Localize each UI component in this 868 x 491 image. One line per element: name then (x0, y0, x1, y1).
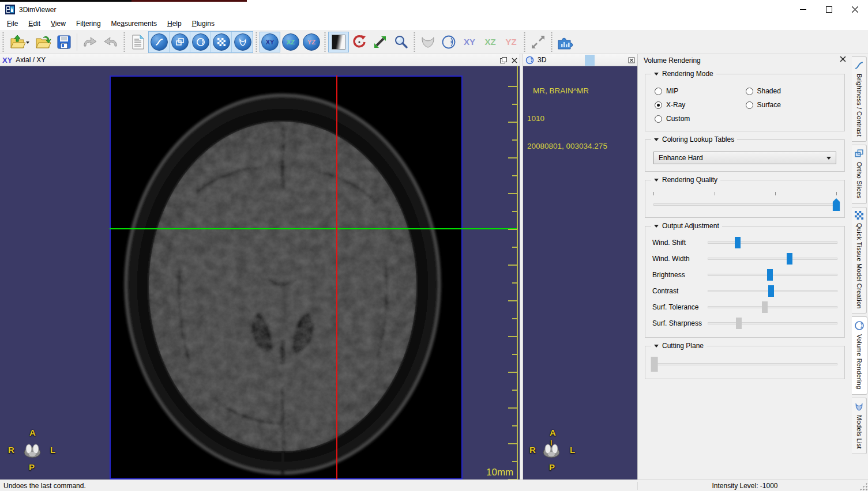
ruler (517, 66, 518, 479)
radio-icon[interactable] (655, 115, 662, 123)
slider-handle[interactable] (787, 253, 792, 265)
toolbar-grip[interactable] (413, 32, 416, 52)
toolbar-grip[interactable] (123, 32, 126, 52)
menu-edit[interactable]: Edit (23, 18, 46, 29)
collapse-icon[interactable] (654, 179, 659, 182)
models-list-button[interactable] (232, 32, 253, 52)
xz-slice-button[interactable]: XZ (480, 32, 501, 52)
xz-view-button[interactable]: XZ (280, 32, 301, 52)
radio-icon[interactable] (655, 101, 662, 109)
menu-file[interactable]: File (2, 18, 23, 29)
menu-plugins[interactable]: Plugins (187, 18, 220, 29)
yz-view-button[interactable]: YZ (301, 32, 322, 52)
zoom-button[interactable] (390, 32, 411, 52)
radio-xray[interactable]: X-Ray (655, 101, 746, 109)
open-volume-button[interactable] (33, 32, 54, 52)
plugin-panel-button[interactable] (555, 32, 576, 52)
crosshair-vertical[interactable] (336, 75, 337, 479)
save-button[interactable] (54, 32, 74, 52)
quality-slider[interactable] (653, 198, 836, 211)
crosshair-horizontal[interactable] (110, 228, 517, 229)
radio-custom[interactable]: Custom (655, 115, 746, 123)
pan-button[interactable] (370, 32, 390, 52)
slider-handle[interactable] (735, 237, 741, 248)
volume-rendering-button[interactable] (190, 32, 211, 52)
rendering-mode-group: Rendering Mode MIP Shaded X-Ray (645, 74, 845, 131)
quality-slider-handle[interactable] (833, 198, 840, 211)
menu-help[interactable]: Help (162, 18, 187, 29)
ortho-slices-button[interactable] (170, 32, 190, 52)
threed-canvas[interactable]: MR, BRAIN^MR 1010 20080801, 003034.275 A… (523, 66, 637, 479)
brightness-contrast-button[interactable] (149, 32, 170, 52)
slider-handle[interactable] (736, 318, 742, 329)
open-volume-icon (36, 35, 51, 50)
tab-ortho-slices[interactable]: Ortho Slices (852, 145, 867, 204)
collapse-icon[interactable] (654, 138, 659, 141)
rotate-button[interactable] (349, 32, 370, 52)
collapse-icon[interactable] (654, 225, 659, 228)
group-title: Cutting Plane (662, 342, 704, 350)
radio-icon[interactable] (746, 101, 753, 109)
contrast-slider[interactable] (708, 284, 837, 298)
lut-dropdown[interactable]: Enhance Hard (653, 152, 836, 164)
tab-quick-tissue[interactable]: Quick Tissue Model Creation (852, 207, 867, 314)
undo-button[interactable] (80, 32, 100, 52)
window-level-button[interactable] (328, 32, 349, 52)
radio-icon[interactable] (655, 88, 662, 95)
radio-shaded[interactable]: Shaded (746, 87, 837, 95)
xy-view-button[interactable]: XY (260, 32, 280, 52)
head-3d-button[interactable] (438, 32, 459, 52)
menu-filtering[interactable]: Filtering (71, 18, 106, 29)
redo-button[interactable] (100, 32, 121, 52)
report-icon (131, 35, 145, 50)
brightness-slider[interactable] (708, 268, 837, 282)
xy-canvas[interactable]: A R L P 10mm (0, 66, 520, 479)
magnifier-icon (393, 35, 408, 50)
tissue-segmentation-button[interactable] (211, 32, 232, 52)
maximize-button[interactable] (816, 2, 842, 17)
menu-measurements[interactable]: Measurements (106, 18, 162, 29)
expand-view-button[interactable] (528, 32, 548, 52)
jaw-icon (238, 37, 247, 47)
head-3d-icon (441, 35, 456, 50)
close-panel-icon[interactable] (512, 58, 517, 63)
undock-panel-icon[interactable] (628, 57, 635, 63)
wind-shift-slider[interactable] (708, 236, 837, 250)
jaw-3d-button[interactable] (418, 32, 438, 52)
lut-selected-value: Enhance Hard (659, 154, 703, 162)
study-datetime: 20080801, 003034.275 (527, 142, 607, 151)
toolbar-grip[interactable] (550, 32, 553, 52)
collapse-icon[interactable] (654, 73, 659, 75)
cutting-plane-slider[interactable] (652, 357, 837, 372)
slider-handle[interactable] (651, 357, 658, 372)
toolbar-grip[interactable] (523, 32, 526, 52)
mri-slice-image[interactable] (110, 75, 463, 479)
toolbar-grip[interactable] (2, 32, 5, 52)
toolbar-grip[interactable] (324, 32, 326, 52)
radio-mip[interactable]: MIP (655, 87, 746, 95)
undock-panel-icon[interactable] (500, 57, 507, 63)
menu-view[interactable]: View (46, 18, 71, 29)
resize-grip[interactable] (859, 482, 867, 490)
minimize-button[interactable] (790, 2, 816, 17)
tab-models-list[interactable]: Models List (852, 398, 867, 454)
slider-handle[interactable] (767, 269, 773, 281)
slider-handle[interactable] (762, 301, 768, 313)
toolbar-grip[interactable] (255, 32, 258, 52)
threed-head-icon (525, 56, 534, 65)
close-panel-icon[interactable] (840, 56, 846, 62)
xy-slice-button[interactable]: XY (459, 32, 480, 52)
tab-brightness-contrast[interactable]: Brightness / Contrast (852, 56, 867, 142)
report-button[interactable] (127, 32, 148, 52)
open-project-button[interactable] (6, 32, 33, 52)
wind-width-slider[interactable] (708, 252, 837, 266)
tab-volume-rendering[interactable]: Volume Rendering (851, 316, 867, 394)
slider-handle[interactable] (768, 285, 774, 297)
collapse-icon[interactable] (654, 345, 659, 348)
surf-sharpness-slider[interactable] (708, 316, 837, 330)
yz-slice-button[interactable]: YZ (501, 32, 521, 52)
radio-surface[interactable]: Surface (746, 101, 837, 109)
close-button[interactable] (842, 2, 868, 17)
surf-tolerance-slider[interactable] (708, 300, 837, 314)
radio-icon[interactable] (746, 88, 753, 95)
